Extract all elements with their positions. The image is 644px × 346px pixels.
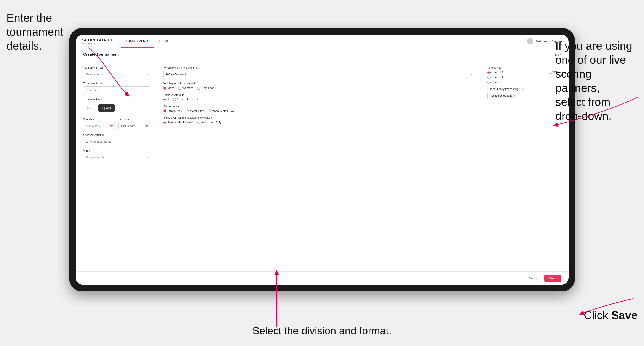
logo-sub: Powered by clippt	[82, 42, 112, 45]
event-for-label: Is this event for Teams and/or Individua…	[164, 116, 474, 119]
rounds-label: Number of rounds	[164, 93, 474, 96]
navbar: SCOREBOARD Powered by clippt TOURNAMENTS…	[76, 34, 568, 48]
rounds-3[interactable]: 3	[182, 98, 188, 101]
third-party-label: Use third-party live scoring API?	[488, 88, 561, 91]
tournament-name-group: Tournament name	[83, 82, 150, 94]
gender-womens[interactable]: Womens	[178, 86, 194, 90]
tournament-logo-group: Tournament logo Upload	[83, 98, 150, 114]
scoring-medal-match[interactable]: Medal Match Play	[208, 109, 234, 112]
format-type-grid: 5 count 4 Other 6 count 4	[488, 71, 561, 84]
col-divider-2	[481, 66, 481, 266]
upload-button[interactable]: Upload	[98, 104, 115, 112]
venue-dropdown-icon: ▾	[147, 156, 148, 159]
form-col-mid: Which division is the event for? NCAA Di…	[164, 66, 474, 266]
scoring-radio-group: Stroke Play Match Play Medal Match Play	[164, 109, 474, 112]
start-date-group: Start date 📅	[83, 118, 115, 130]
event-teams[interactable]: Teams (+Individuals)	[164, 121, 194, 124]
tournament-host-label: Tournament Host	[83, 66, 150, 69]
scoring-stroke[interactable]: Stroke Play	[164, 109, 182, 112]
division-label: Which division is the event for?	[164, 66, 474, 69]
sponsor-label: Sponsor (optional)	[83, 134, 150, 137]
nav-tabs: TOURNAMENTS TEAMS	[121, 34, 174, 48]
gender-label: Which gender is the event for?	[164, 82, 474, 85]
third-party-close-icon[interactable]: ✕	[513, 95, 515, 97]
page-header: Create Tournament ‹ Back	[76, 48, 568, 61]
division-select-wrap: NCAA Division I NCAA Division II NCAA Di…	[164, 71, 474, 78]
calendar-icon-start: 📅	[110, 125, 113, 128]
tablet-screen: SCOREBOARD Powered by clippt TOURNAMENTS…	[76, 34, 568, 285]
nav-logo: SCOREBOARD Powered by clippt	[82, 38, 112, 45]
form-area: Tournament Host ▾ Tournament name Tourna…	[76, 61, 568, 271]
rounds-1[interactable]: 1	[164, 98, 169, 101]
end-date-group: End date 📅	[118, 118, 150, 130]
svg-rect-0	[87, 106, 91, 110]
format-type-label: Format type	[488, 66, 561, 69]
logo-upload-area: Upload	[83, 102, 150, 114]
tab-teams[interactable]: TEAMS	[154, 34, 174, 48]
col-divider-1	[157, 66, 157, 266]
gender-radio-group: Mens Womens Combined	[164, 86, 474, 90]
tab-tournaments[interactable]: TOURNAMENTS	[121, 34, 154, 48]
sponsor-group: Sponsor (optional)	[83, 134, 150, 146]
svg-point-1	[88, 107, 89, 108]
gender-mens[interactable]: Mens	[164, 86, 174, 90]
form-footer: Cancel Save	[76, 271, 568, 285]
avatar	[527, 38, 533, 44]
start-date-wrap: 📅	[83, 122, 115, 130]
form-col-left: Tournament Host ▾ Tournament name Tourna…	[83, 66, 150, 266]
division-select[interactable]: NCAA Division I NCAA Division II NCAA Di…	[164, 71, 474, 78]
sponsor-input[interactable]	[83, 138, 150, 146]
start-date-label: Start date	[83, 118, 115, 121]
date-row: Start date 📅 End date 📅	[83, 118, 150, 130]
annotation-topleft: Enter thetournamentdetails.	[6, 11, 67, 53]
format-row-3: 6 count 5	[488, 81, 561, 84]
rounds-radio-group: 1 2 3 4	[164, 98, 474, 101]
save-button[interactable]: Save	[544, 275, 561, 282]
annotation-bottomcenter: Select the division and format.	[252, 325, 392, 337]
tournament-name-input[interactable]	[83, 86, 150, 94]
logo-preview	[83, 102, 95, 114]
event-for-group: Is this event for Teams and/or Individua…	[164, 116, 474, 124]
rounds-group: Number of rounds 1 2 3	[164, 93, 474, 101]
tournament-name-label: Tournament name	[83, 82, 150, 85]
tournament-logo-label: Tournament logo	[83, 98, 150, 101]
gender-group: Which gender is the event for? Mens Wome…	[164, 82, 474, 90]
format-type-group: Format type 5 count 4 Other	[488, 66, 561, 84]
form-col-right: Format type 5 count 4 Other	[488, 66, 561, 266]
rounds-4[interactable]: 4	[192, 98, 198, 101]
format-row-2: 6 count 4	[488, 76, 561, 79]
tournament-host-input-wrap: ▾	[83, 71, 150, 78]
user-name: Test User |	[536, 40, 549, 43]
dropdown-icon: ▾	[147, 73, 148, 76]
scoring-group: Scoring system Stroke Play Match Play	[164, 105, 474, 112]
venue-label: Venue	[83, 149, 150, 152]
tournament-host-group: Tournament Host ▾	[83, 66, 150, 78]
third-party-group: Use third-party live scoring API? Leader…	[488, 88, 561, 100]
gender-combined[interactable]: Combined	[197, 86, 214, 90]
venue-input[interactable]	[83, 154, 150, 161]
format-6count4[interactable]: 6 count 4	[488, 76, 503, 79]
page-title: Create Tournament	[83, 52, 119, 57]
format-row-1: 5 count 4 Other	[488, 71, 561, 74]
venue-select-wrap: ▾	[83, 154, 150, 161]
logo-title: SCOREBOARD	[82, 38, 112, 42]
format-5count4[interactable]: 5 count 4	[488, 71, 503, 74]
annotation-topright: If you are usingone of our livescoring p…	[555, 39, 638, 123]
venue-group: Venue ▾	[83, 149, 150, 161]
annotation-bottomright: Click Save	[584, 308, 638, 322]
tablet-frame: SCOREBOARD Powered by clippt TOURNAMENTS…	[69, 28, 575, 291]
format-6count5[interactable]: 6 count 5	[488, 81, 503, 84]
end-date-label: End date	[118, 118, 150, 121]
event-for-radio-group: Teams (+Individuals) Individuals Only	[164, 121, 474, 124]
third-party-tag: Leaderboard King ✕	[490, 94, 516, 98]
tournament-host-input[interactable]	[83, 71, 150, 78]
scoring-match[interactable]: Match Play	[186, 109, 204, 112]
rounds-2[interactable]: 2	[173, 98, 178, 101]
event-individuals[interactable]: Individuals Only	[197, 121, 221, 124]
cancel-button[interactable]: Cancel	[526, 275, 542, 282]
division-group: Which division is the event for? NCAA Di…	[164, 66, 474, 78]
third-party-input[interactable]: Leaderboard King ✕ ⬆⬇	[488, 92, 561, 100]
scoring-label: Scoring system	[164, 105, 474, 108]
calendar-icon-end: 📅	[145, 125, 148, 128]
third-party-value: Leaderboard King	[492, 94, 512, 97]
